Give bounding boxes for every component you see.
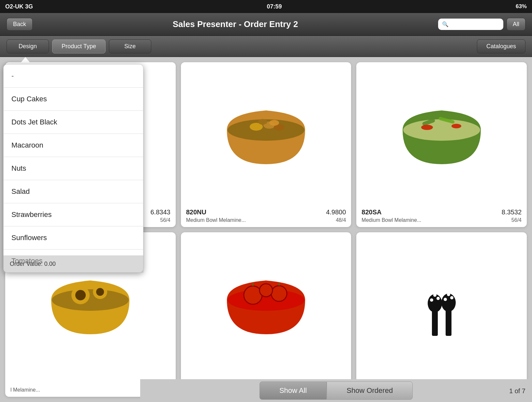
time-text: 07:59 — [267, 3, 282, 10]
dropdown-item[interactable]: - — [4, 65, 143, 88]
back-button[interactable]: Back — [7, 18, 33, 31]
show-ordered-button[interactable]: Show Ordered — [327, 381, 413, 400]
product-description: Medium Bowl Melamine... — [362, 217, 421, 223]
dropdown-item[interactable]: Salad — [4, 180, 143, 203]
dropdown-list: -Cup CakesDots Jet BlackMacaroonNutsSala… — [3, 64, 143, 273]
svg-point-34 — [444, 298, 447, 301]
page-indicator: 1 of 7 — [509, 387, 525, 395]
nav-title: Sales Presenter - Order Entry 2 — [39, 19, 432, 29]
svg-point-23 — [271, 286, 287, 301]
search-area: 🔍 All — [438, 18, 525, 31]
product-card[interactable]: 820SA8.3532Medium Bowl Melamine...56/4 — [356, 62, 527, 227]
all-button[interactable]: All — [507, 18, 525, 31]
dropdown-footer: Order Value: 0.00 — [3, 255, 143, 273]
product-card[interactable]: 820TO3.6450Medium Bowl Melamine...50/25 — [181, 232, 351, 397]
svg-point-36 — [447, 293, 450, 296]
svg-point-29 — [430, 298, 433, 302]
design-filter-button[interactable]: Design — [7, 39, 49, 53]
product-info: 820SA8.3532Medium Bowl Melamine...56/4 — [362, 208, 522, 223]
product-price: 6.8343 — [150, 208, 170, 216]
dropdown-item[interactable]: Sunflowers — [4, 226, 143, 250]
catalogues-button[interactable]: Catalogues — [477, 39, 525, 53]
product-qty: 56/4 — [511, 217, 522, 223]
search-box[interactable]: 🔍 — [438, 19, 503, 30]
search-icon: 🔍 — [442, 21, 449, 27]
product-image-area — [186, 67, 346, 206]
svg-point-9 — [258, 119, 267, 125]
svg-point-18 — [75, 290, 86, 300]
product-code: 820SA — [362, 208, 381, 216]
product-top-row: 820SA8.3532 — [362, 208, 522, 216]
product-desc-row: Medium Bowl Melamine...56/4 — [362, 217, 522, 223]
svg-point-35 — [450, 296, 453, 299]
product-card[interactable]: 820NU4.9800Medium Bowl Melamine...48/4 — [181, 62, 351, 227]
dropdown-item[interactable]: Macaroon — [4, 134, 143, 157]
svg-point-28 — [428, 294, 442, 312]
product-qty: 48/4 — [336, 217, 346, 223]
order-value-text: Order Value: 0.00 — [10, 261, 56, 267]
dropdown-arrow — [20, 57, 31, 64]
product-price: 8.3532 — [502, 208, 522, 216]
svg-point-33 — [441, 294, 456, 312]
svg-point-15 — [451, 124, 461, 128]
battery-text: 63% — [516, 3, 527, 10]
carrier-text: O2-UK 3G — [5, 3, 33, 10]
svg-point-20 — [96, 288, 104, 296]
product-description: Medium Bowl Melamine... — [186, 217, 246, 223]
svg-point-11 — [403, 119, 480, 141]
product-description: l Melamine... — [10, 387, 40, 393]
svg-point-30 — [436, 297, 440, 300]
bottom-bar: Show All Show Ordered 1 of 7 — [140, 379, 532, 402]
product-info: 820NU4.9800Medium Bowl Melamine...48/4 — [186, 208, 346, 223]
dropdown-item[interactable]: Strawberries — [4, 203, 143, 226]
product-top-row: 820NU4.9800 — [186, 208, 346, 216]
svg-point-10 — [269, 120, 279, 126]
product-desc-row: Medium Bowl Melamine...48/4 — [186, 217, 346, 223]
product-type-filter-button[interactable]: Product Type — [52, 39, 106, 53]
nav-bar: Back Sales Presenter - Order Entry 2 🔍 A… — [0, 13, 532, 36]
svg-point-14 — [421, 125, 433, 130]
size-filter-button[interactable]: Size — [109, 39, 151, 53]
dropdown-item[interactable]: Nuts — [4, 157, 143, 180]
svg-point-16 — [52, 289, 129, 311]
product-price: 4.9800 — [326, 208, 346, 216]
product-image-area — [362, 67, 522, 206]
main-content: -Cup CakesDots Jet BlackMacaroonNutsSala… — [0, 57, 532, 402]
show-all-button[interactable]: Show All — [259, 381, 327, 400]
product-code: 820NU — [186, 208, 206, 216]
dropdown-item[interactable]: Cup Cakes — [4, 88, 143, 111]
svg-point-24 — [259, 284, 273, 297]
dropdown-overlay: -Cup CakesDots Jet BlackMacaroonNutsSala… — [3, 57, 143, 273]
svg-point-31 — [433, 294, 436, 297]
product-card[interactable]: 8211DJ7.4418Serving Spoons Melamin...24/… — [356, 232, 527, 397]
dropdown-item[interactable]: Dots Jet Black — [4, 111, 143, 134]
product-qty: 56/4 — [160, 217, 170, 223]
product-image-area — [362, 237, 522, 376]
product-image-area — [186, 237, 346, 376]
status-bar: O2-UK 3G 07:59 63% — [0, 0, 532, 13]
filter-bar: Design Product Type Size Catalogues — [0, 36, 532, 57]
